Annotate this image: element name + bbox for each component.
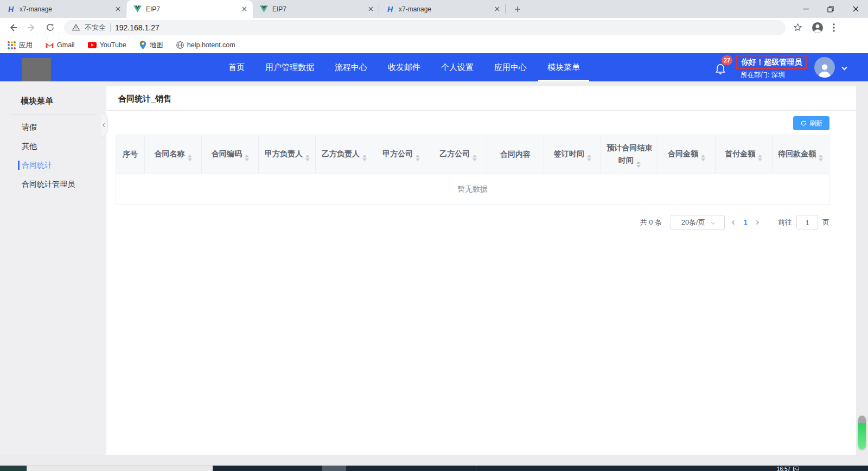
- bookmark-maps[interactable]: 地图: [139, 41, 163, 50]
- window-restore-button[interactable]: [818, 0, 843, 18]
- sidebar-item-contract-stats[interactable]: 合同统计: [0, 156, 106, 175]
- browser-tab-eip7-active[interactable]: EIP7: [126, 0, 253, 18]
- scrollbar-track[interactable]: [856, 81, 868, 455]
- chevron-right-icon: [755, 220, 759, 225]
- col-header-party-a-company[interactable]: 甲方公司: [373, 135, 430, 174]
- sort-icon[interactable]: [188, 155, 192, 161]
- nav-item-app-center[interactable]: 应用中心: [485, 53, 536, 81]
- next-page-button[interactable]: [755, 221, 758, 224]
- goto-page-input[interactable]: [796, 215, 818, 230]
- bookmarks-bar: 应用 Gmail YouTube 地图 help.hotent.com: [0, 37, 868, 53]
- bookmark-youtube[interactable]: YouTube: [88, 41, 126, 49]
- bookmark-star-icon[interactable]: [793, 23, 802, 32]
- bookmark-help-hotent[interactable]: help.hotent.com: [176, 41, 235, 49]
- greeting-annotation-box: 你好！超级管理员: [736, 55, 807, 69]
- col-header-expected-end-date[interactable]: 预计合同结束时间: [601, 135, 658, 174]
- sort-icon[interactable]: [636, 161, 641, 168]
- tab-close-icon[interactable]: [113, 5, 122, 14]
- window-minimize-button[interactable]: [793, 0, 818, 18]
- new-tab-button[interactable]: [510, 2, 525, 17]
- scrollbar-thumb[interactable]: [858, 416, 866, 449]
- browser-tab-x7-manage-1[interactable]: x7-manage: [0, 0, 126, 18]
- greeting-block: 你好！超级管理员 所在部门: 深圳: [736, 55, 807, 80]
- toolbar-right: [793, 21, 844, 34]
- start-button[interactable]: [0, 466, 26, 471]
- nav-item-process-center[interactable]: 流程中心: [326, 53, 376, 81]
- back-icon[interactable]: [5, 20, 21, 35]
- sort-icon[interactable]: [473, 155, 477, 161]
- sidebar-item-contract-stats-admin[interactable]: 合同统计管理员: [0, 175, 106, 194]
- col-header-pending-amount[interactable]: 待回款金额: [772, 135, 829, 174]
- col-header-contract-content: 合同内容: [487, 135, 544, 174]
- tab-title: EIP7: [272, 5, 362, 13]
- sidebar-item-other[interactable]: 其他: [0, 137, 106, 156]
- main-area: 合同统计_销售 刷新: [106, 81, 868, 455]
- bookmark-apps[interactable]: 应用: [8, 41, 33, 50]
- nav-item-home[interactable]: 首页: [219, 53, 254, 81]
- tab-close-icon[interactable]: [240, 5, 248, 14]
- tab-close-icon[interactable]: [493, 5, 501, 14]
- vue-favicon-icon: [133, 5, 142, 14]
- col-header-down-payment[interactable]: 首付金额: [715, 135, 772, 174]
- sort-icon[interactable]: [587, 155, 591, 161]
- browser-menu-icon[interactable]: [833, 23, 835, 32]
- bookmark-gmail[interactable]: Gmail: [46, 41, 75, 49]
- col-header-contract-amount[interactable]: 合同金额: [658, 135, 715, 174]
- sort-icon[interactable]: [758, 155, 762, 161]
- screen: x7-manage EIP7 EIP7 x7-manage: [0, 0, 868, 471]
- nav-item-mail[interactable]: 收发邮件: [379, 53, 430, 81]
- goto-label: 前往: [778, 218, 792, 227]
- header-right: 27 你好！超级管理员 所在部门: 深圳: [714, 53, 846, 81]
- sort-icon[interactable]: [305, 155, 310, 161]
- sidebar-collapse-button[interactable]: [101, 113, 108, 137]
- window-close-button[interactable]: [843, 0, 868, 18]
- col-header-contract-code[interactable]: 合同编码: [202, 135, 259, 174]
- address-bar[interactable]: 不安全 192.168.1.27: [64, 20, 786, 35]
- notification-badge: 27: [722, 55, 732, 65]
- col-header-party-a-owner[interactable]: 甲方负责人: [259, 135, 316, 174]
- user-menu-chevron-icon[interactable]: [842, 65, 847, 70]
- sort-icon[interactable]: [362, 155, 367, 161]
- col-header-party-b-owner[interactable]: 乙方负责人: [316, 135, 373, 174]
- sort-icon[interactable]: [245, 155, 249, 161]
- reload-icon[interactable]: [42, 20, 58, 35]
- sort-icon[interactable]: [819, 155, 823, 161]
- col-header-index: 序号: [116, 135, 145, 174]
- sort-icon[interactable]: [701, 155, 705, 161]
- taskbar-divider: [476, 466, 476, 471]
- nav-item-user-data[interactable]: 用户管理数据: [256, 53, 323, 81]
- col-header-contract-name[interactable]: 合同名称: [145, 135, 202, 174]
- chevron-left-icon: [102, 123, 106, 126]
- app-logo: [22, 58, 51, 81]
- url-text[interactable]: 192.168.1.27: [115, 23, 159, 32]
- tab-close-icon[interactable]: [366, 5, 375, 14]
- page-size-select[interactable]: 20条/页: [671, 215, 725, 230]
- app-body: 模块菜单 请假 其他 合同统计 合同统计管理员 合同统计_销售 刷新: [0, 81, 868, 455]
- nav-item-personal-settings[interactable]: 个人设置: [432, 53, 483, 81]
- sort-icon[interactable]: [416, 155, 420, 161]
- page-title: 合同统计_销售: [106, 86, 856, 111]
- taskbar-clock[interactable]: 16:57: [777, 466, 799, 471]
- prev-page-button[interactable]: [732, 221, 736, 224]
- refresh-button[interactable]: 刷新: [793, 116, 829, 130]
- tab-title: x7-manage: [399, 5, 488, 13]
- greeting-text[interactable]: 你好！超级管理员: [741, 58, 802, 66]
- taskbar-search-box[interactable]: [27, 466, 213, 471]
- app-nav: 首页 用户管理数据 流程中心 收发邮件 个人设置 应用中心 模块菜单: [219, 53, 589, 81]
- browser-profile-icon[interactable]: [811, 21, 824, 34]
- security-label[interactable]: 不安全: [85, 23, 106, 33]
- browser-tab-x7-manage-2[interactable]: x7-manage: [379, 0, 506, 18]
- nav-item-module-menu[interactable]: 模块菜单: [538, 53, 589, 81]
- col-header-sign-date[interactable]: 签订时间: [544, 135, 601, 174]
- taskbar-app-button[interactable]: [322, 466, 346, 471]
- user-avatar[interactable]: [814, 57, 835, 78]
- pagination-total: 共 0 条: [640, 218, 662, 227]
- apps-grid-icon: [8, 41, 16, 49]
- current-page[interactable]: 1: [743, 218, 748, 227]
- forward-icon[interactable]: [24, 20, 39, 35]
- tab-title: x7-manage: [20, 5, 109, 13]
- sidebar-item-leave[interactable]: 请假: [0, 118, 106, 137]
- notification-bell[interactable]: 27: [714, 59, 729, 75]
- browser-tab-eip7-2[interactable]: EIP7: [253, 0, 379, 18]
- col-header-party-b-company[interactable]: 乙方公司: [430, 135, 487, 174]
